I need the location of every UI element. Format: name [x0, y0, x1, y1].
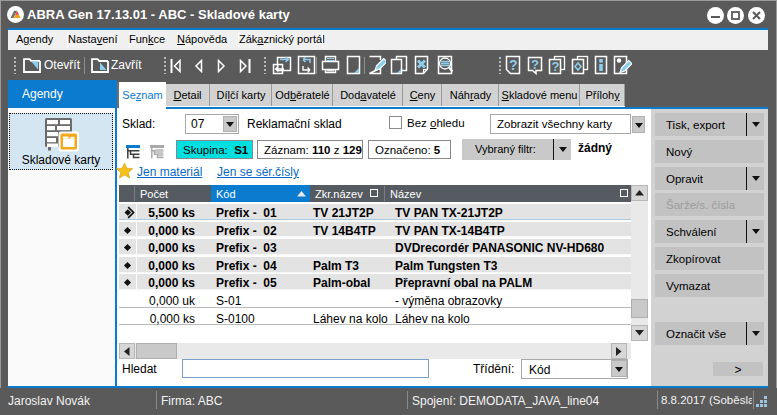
svg-text:?: ?	[509, 57, 518, 73]
svg-text:?: ?	[531, 57, 539, 72]
svg-text:?: ?	[552, 59, 560, 74]
